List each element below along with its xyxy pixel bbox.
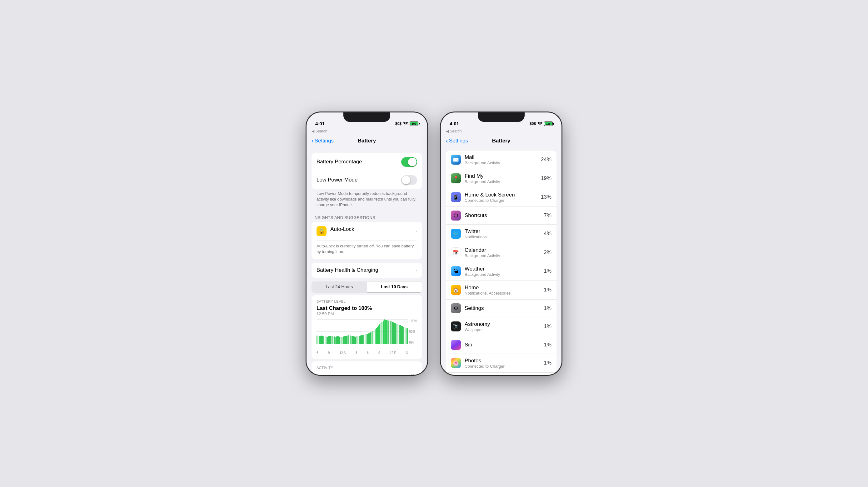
side-button-vol-down-2 <box>440 188 441 208</box>
battery-bar <box>342 337 342 344</box>
label-0: 0% <box>409 341 417 344</box>
app-sub: Background Activity <box>465 253 544 258</box>
battery-bar <box>390 321 391 344</box>
battery-bar <box>367 334 368 344</box>
app-item[interactable]: 🐦TwitterNotifications4% <box>446 225 556 244</box>
insights-card: 🔒 Auto-Lock › Auto-Lock is currently tur… <box>312 222 422 259</box>
battery-chart-section: BATTERY LEVEL Last Charged to 100% 12:50… <box>312 295 422 359</box>
tab-last-10-days[interactable]: Last 10 Days <box>367 282 422 292</box>
svg-point-1 <box>539 125 540 125</box>
battery-bar-chart: 100% 50% 0% <box>316 319 417 351</box>
activity-chart-wrap: 60m 30m <box>316 371 417 376</box>
autolock-description: Auto-Lock is currently turned off. You c… <box>312 241 422 259</box>
toggle-thumb-2 <box>402 176 410 184</box>
app-name: Home & Lock Screen <box>465 192 541 198</box>
app-percent: 2% <box>544 249 552 256</box>
chart-percent-labels: 100% 50% 0% <box>409 319 417 344</box>
app-item[interactable]: Siri1% <box>446 336 556 354</box>
phone-1: 4:01 $0$ 100 ◀ Search ‹ Settings Ba <box>306 112 428 376</box>
tab-last-24-hours[interactable]: Last 24 Hours <box>312 282 367 292</box>
app-item[interactable]: 🌤WeatherBackground Activity1% <box>446 262 556 281</box>
status-time: 4:01 <box>315 121 324 126</box>
time-label-9: 9 <box>328 351 330 355</box>
app-item[interactable]: 🗺Maps— <box>446 373 556 376</box>
battery-bar <box>337 336 338 344</box>
low-power-toggle[interactable] <box>401 175 417 185</box>
app-percent: 1% <box>544 268 552 274</box>
battery-bar <box>328 336 329 344</box>
app-sub: Notifications <box>465 235 544 239</box>
insights-section: INSIGHTS AND SUGGESTIONS 🔒 Auto-Lock › A… <box>312 215 422 259</box>
search-hint-2[interactable]: ◀ Search <box>441 128 561 134</box>
low-power-mode-row[interactable]: Low Power Mode <box>312 171 422 189</box>
app-item[interactable]: 📅CalendarBackground Activity2% <box>446 244 556 262</box>
battery-bar <box>380 323 381 344</box>
battery-bar <box>363 335 364 344</box>
battery-bar <box>333 336 333 344</box>
app-item[interactable]: 🔭AstronomyWallpaper1% <box>446 317 556 336</box>
app-item[interactable]: 📍Find MyBackground Activity19% <box>446 169 556 188</box>
app-name: Mail <box>465 154 541 161</box>
battery-bar <box>320 336 321 344</box>
autolock-content: Auto-Lock <box>330 226 413 232</box>
app-item[interactable]: ⬡Shortcuts7% <box>446 207 556 225</box>
battery-bar <box>375 329 376 344</box>
battery-bar <box>378 325 379 344</box>
battery-bar <box>385 320 386 344</box>
battery-text-2: 100 <box>546 123 550 125</box>
battery-percentage-row[interactable]: Battery Percentage <box>312 153 422 171</box>
app-percent: 1% <box>544 287 552 293</box>
app-sub: Background Activity <box>465 179 541 184</box>
battery-bar <box>327 337 328 344</box>
battery-percentage-toggle[interactable] <box>401 157 417 167</box>
autolock-chevron-icon: › <box>415 228 417 234</box>
battery-bar <box>347 335 348 344</box>
label-100: 100% <box>409 319 417 323</box>
battery-bar <box>406 328 406 344</box>
search-hint[interactable]: ◀ Search <box>307 128 427 134</box>
battery-bar <box>374 330 375 344</box>
app-info: HomeNotifications, Accessories <box>465 285 544 295</box>
health-row[interactable]: Battery Health & Charging › <box>312 263 422 278</box>
app-name: Siri <box>465 342 544 348</box>
chart-time-labels: 6 9 12 A 3 6 9 12 P 3 <box>316 351 417 355</box>
back-button-2[interactable]: ‹ Settings <box>446 138 468 144</box>
autolock-row[interactable]: 🔒 Auto-Lock › <box>312 222 422 240</box>
app-item[interactable]: 🌸PhotosConnected to Charger1% <box>446 354 556 373</box>
battery-bar <box>370 332 371 344</box>
battery-bar <box>323 336 324 344</box>
status-time-2: 4:01 <box>450 121 459 126</box>
app-percent: 1% <box>544 360 552 366</box>
battery-bar <box>334 336 335 344</box>
battery-bar <box>346 336 347 344</box>
side-button-mute-2 <box>440 150 441 161</box>
battery-bar <box>341 337 342 344</box>
battery-bar <box>403 327 404 344</box>
side-button-power <box>427 166 428 195</box>
app-name: Astronomy <box>465 321 544 327</box>
battery-bar <box>339 337 340 344</box>
app-info: Siri <box>465 342 544 348</box>
app-item[interactable]: 🏠HomeNotifications, Accessories1% <box>446 281 556 299</box>
activity-chart-section: ACTIVITY 60m 30m <box>312 361 422 376</box>
health-section: Battery Health & Charging › <box>312 263 422 278</box>
battery-bar <box>336 336 337 344</box>
battery-bar <box>381 322 382 344</box>
battery-bar <box>359 336 360 344</box>
battery-bar <box>326 336 327 344</box>
app-item[interactable]: ⚙Settings1% <box>446 299 556 317</box>
status-icons-2: $0$ 100 <box>530 122 553 126</box>
back-button[interactable]: ‹ Settings <box>312 138 334 144</box>
app-item[interactable]: 📱Home & Lock ScreenConnected to Charger1… <box>446 188 556 207</box>
battery-bar <box>355 337 356 344</box>
app-name: Twitter <box>465 228 544 235</box>
phone-content: Battery Percentage Low Power Mode Low Po… <box>307 148 427 376</box>
health-label: Battery Health & Charging <box>316 267 378 273</box>
time-label-3a: 3 <box>355 351 358 355</box>
app-item[interactable]: ✉️MailBackground Activity24% <box>446 151 556 169</box>
app-percent: 13% <box>541 194 552 200</box>
time-label-9p: 9 <box>378 351 380 355</box>
battery-indicator-2: 100 <box>544 122 553 126</box>
battery-bar <box>353 336 354 344</box>
toggles-card: Battery Percentage Low Power Mode <box>312 153 422 189</box>
